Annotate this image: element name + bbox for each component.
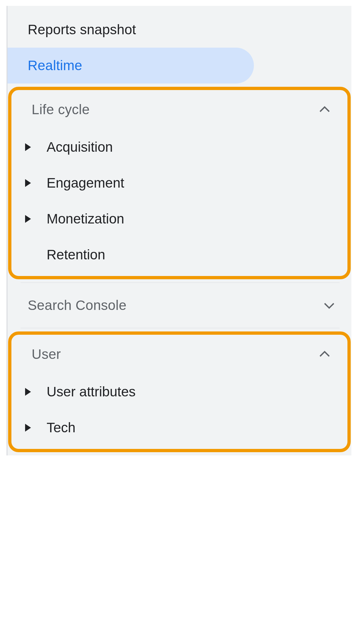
- expand-right-icon: [25, 424, 31, 432]
- nav-reports-snapshot[interactable]: Reports snapshot: [7, 12, 351, 48]
- section-label: Search Console: [28, 298, 126, 313]
- section-label: User: [32, 346, 61, 362]
- highlight-life-cycle: Life cycle Acquisition Engagement Moneti…: [8, 87, 351, 279]
- sidebar-item-monetization[interactable]: Monetization: [11, 201, 347, 237]
- sub-item-label: Tech: [47, 420, 76, 436]
- expand-right-icon: [25, 143, 31, 151]
- expand-right-icon: [25, 215, 31, 223]
- chevron-down-icon: [323, 299, 336, 312]
- chevron-up-icon: [318, 103, 331, 116]
- sub-item-label: User attributes: [47, 384, 136, 400]
- nav-label: Realtime: [28, 58, 82, 73]
- sidebar-item-engagement[interactable]: Engagement: [11, 165, 347, 201]
- sub-item-label: Engagement: [47, 175, 124, 191]
- expand-right-icon: [25, 388, 31, 396]
- highlight-user: User User attributes Tech: [8, 331, 351, 452]
- sub-item-label: Monetization: [47, 211, 124, 227]
- nav-label: Reports snapshot: [28, 22, 136, 38]
- expand-right-icon: [25, 179, 31, 187]
- sidebar-item-acquisition[interactable]: Acquisition: [11, 129, 347, 165]
- nav-realtime[interactable]: Realtime: [7, 48, 254, 84]
- section-label: Life cycle: [32, 102, 90, 117]
- sidebar-item-retention[interactable]: Retention: [11, 237, 347, 273]
- section-search-console[interactable]: Search Console: [21, 283, 340, 328]
- section-life-cycle[interactable]: Life cycle: [11, 90, 347, 129]
- sub-item-label: Acquisition: [47, 139, 113, 155]
- sidebar-item-user-attributes[interactable]: User attributes: [11, 374, 347, 410]
- reports-sidebar: Reports snapshot Realtime Life cycle Acq…: [7, 6, 351, 455]
- section-user[interactable]: User: [11, 335, 347, 374]
- chevron-up-icon: [318, 348, 331, 361]
- sidebar-item-tech[interactable]: Tech: [11, 410, 347, 446]
- sub-item-label: Retention: [47, 247, 105, 263]
- spacer: [25, 251, 31, 259]
